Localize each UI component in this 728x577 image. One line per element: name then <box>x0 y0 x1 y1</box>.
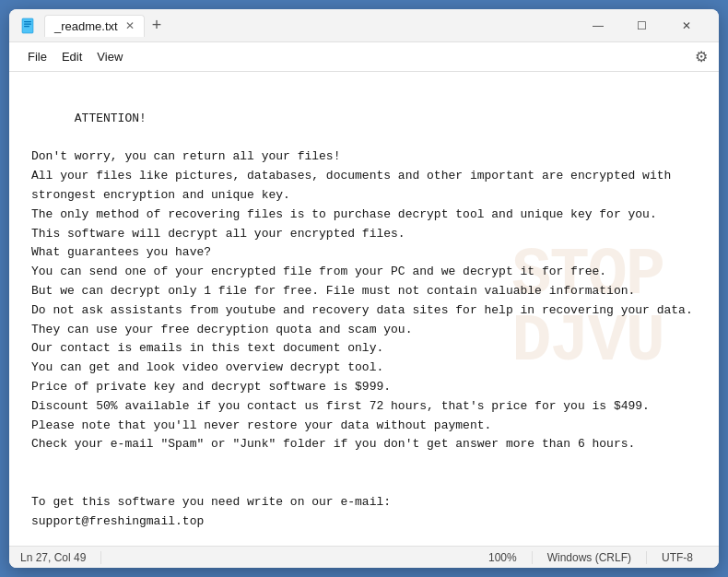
cursor-position: Ln 27, Col 49 <box>20 551 101 564</box>
menu-view[interactable]: View <box>89 46 130 67</box>
notepad-window: _readme.txt ✕ + — ☐ ✕ File Edit View ⚙ S… <box>9 9 719 568</box>
document-content: ATTENTION! Don't worry, you can return a… <box>31 90 697 546</box>
window-controls: — ☐ ✕ <box>577 11 708 41</box>
text-editor-area[interactable]: STOPDJVU ATTENTION! Don't worry, you can… <box>9 72 719 546</box>
svg-rect-2 <box>24 23 31 24</box>
tab-close-button[interactable]: ✕ <box>125 20 135 31</box>
settings-icon[interactable]: ⚙ <box>695 48 708 65</box>
svg-rect-3 <box>24 26 29 27</box>
minimize-button[interactable]: — <box>577 11 619 41</box>
encoding: UTF-8 <box>647 551 708 564</box>
maximize-button[interactable]: ☐ <box>621 11 663 41</box>
main-text: ATTENTION! Don't worry, you can return a… <box>31 112 693 546</box>
svg-rect-1 <box>24 21 31 22</box>
app-icon <box>20 18 37 34</box>
new-tab-button[interactable]: + <box>152 16 162 35</box>
line-ending: Windows (CRLF) <box>533 551 647 564</box>
close-button[interactable]: ✕ <box>665 11 708 41</box>
tab-label: _readme.txt <box>54 19 118 33</box>
menu-file[interactable]: File <box>20 46 54 67</box>
menu-bar: File Edit View ⚙ <box>9 42 719 72</box>
status-bar: Ln 27, Col 49 100% Windows (CRLF) UTF-8 <box>9 546 719 568</box>
menu-edit[interactable]: Edit <box>54 46 89 67</box>
title-bar: _readme.txt ✕ + — ☐ ✕ <box>9 9 719 42</box>
active-tab[interactable]: _readme.txt ✕ <box>44 15 145 37</box>
zoom-level: 100% <box>474 551 533 564</box>
